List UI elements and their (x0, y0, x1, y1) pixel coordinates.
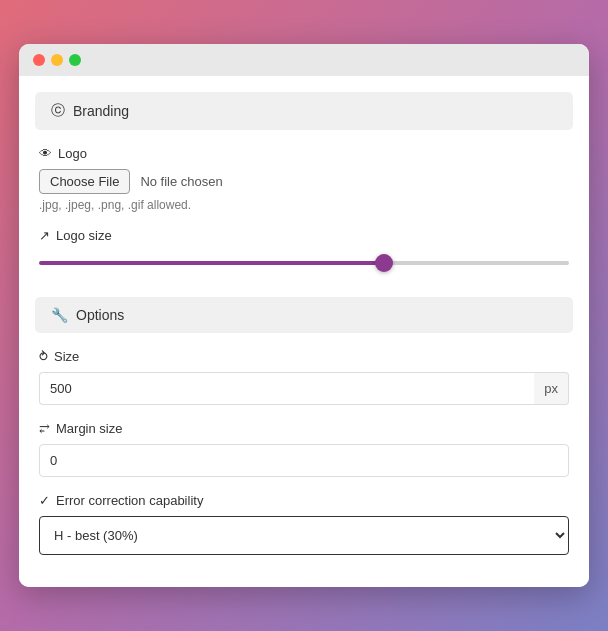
size-label: ⥁ Size (39, 349, 569, 364)
branding-section-header: ⓒ Branding (35, 92, 573, 130)
dot-green[interactable] (69, 54, 81, 66)
logo-size-slider-wrapper (39, 253, 569, 273)
slider-track (39, 261, 569, 265)
size-field-group: ⥁ Size px (35, 349, 573, 405)
options-section-header: 🔧 Options (35, 297, 573, 333)
no-file-text: No file chosen (140, 174, 222, 189)
checkmark-icon: ✓ (39, 493, 50, 508)
options-icon: 🔧 (51, 307, 68, 323)
logo-size-label: ↗ Logo size (39, 228, 569, 243)
logo-size-container: ↗ Logo size (35, 228, 573, 273)
error-correction-select[interactable]: H - best (30%) Q - better (25%) M - defa… (39, 516, 569, 555)
margin-icon: ⥂ (39, 421, 50, 436)
resize-icon: ↗ (39, 228, 50, 243)
size-icon: ⥁ (39, 349, 48, 364)
app-window: ⓒ Branding 👁 Logo Choose File No file ch… (19, 44, 589, 587)
file-hint: .jpg, .jpeg, .png, .gif allowed. (39, 198, 569, 212)
slider-thumb[interactable] (375, 254, 393, 272)
dot-yellow[interactable] (51, 54, 63, 66)
dot-red[interactable] (33, 54, 45, 66)
error-correction-field-group: ✓ Error correction capability H - best (… (35, 493, 573, 555)
error-correction-label: ✓ Error correction capability (39, 493, 569, 508)
margin-size-field-group: ⥂ Margin size (35, 421, 573, 477)
choose-file-button[interactable]: Choose File (39, 169, 130, 194)
size-suffix: px (534, 372, 569, 405)
margin-size-label: ⥂ Margin size (39, 421, 569, 436)
branding-icon: ⓒ (51, 102, 65, 120)
size-input-wrapper: px (39, 372, 569, 405)
branding-label: Branding (73, 103, 129, 119)
options-label: Options (76, 307, 124, 323)
main-content: ⓒ Branding 👁 Logo Choose File No file ch… (19, 76, 589, 587)
logo-field-group: 👁 Logo Choose File No file chosen .jpg, … (35, 146, 573, 212)
logo-label: 👁 Logo (39, 146, 569, 161)
file-input-row: Choose File No file chosen (39, 169, 569, 194)
margin-size-input[interactable] (39, 444, 569, 477)
size-input[interactable] (39, 372, 534, 405)
title-bar (19, 44, 589, 76)
logo-eye-icon: 👁 (39, 146, 52, 161)
